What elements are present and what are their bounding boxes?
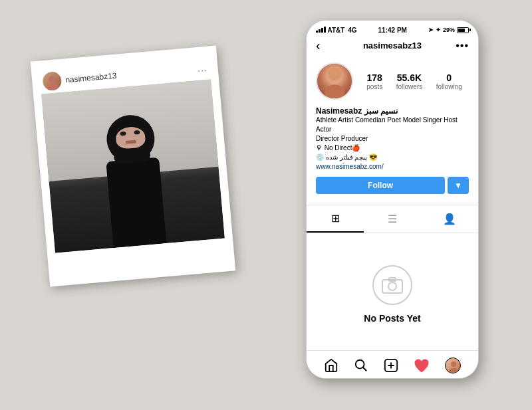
battery-label: 29% — [443, 27, 455, 33]
network-label: 4G — [348, 27, 356, 34]
nav-heart-button[interactable] — [414, 358, 430, 373]
svg-point-1 — [47, 82, 59, 91]
follow-button[interactable]: Follow — [316, 177, 445, 194]
list-icon: ☰ — [388, 213, 397, 225]
stats-row: 178 posts 55.6K followers 0 following — [360, 72, 469, 90]
svg-point-4 — [329, 68, 341, 80]
grid-tabs: ⊞ ☰ 👤 — [307, 205, 478, 233]
grid-icon: ⊞ — [331, 212, 340, 225]
location-icon: ➤ — [428, 27, 434, 33]
polaroid-card: nasimesabz13 ... — [31, 45, 236, 286]
followers-count: 55.6K — [396, 72, 422, 83]
camera-icon — [382, 276, 403, 294]
more-options-button[interactable]: ••• — [456, 40, 469, 52]
camera-circle — [372, 265, 412, 305]
svg-point-13 — [451, 361, 456, 367]
battery-section: ➤ ✦ 29% — [428, 27, 469, 33]
nav-add-button[interactable] — [384, 358, 398, 373]
carrier-label: AT&T — [327, 27, 344, 34]
svg-point-8 — [356, 360, 364, 369]
nav-title: nasimesabz13 — [363, 41, 422, 51]
profile-section: 178 posts 55.6K followers 0 following Na… — [307, 57, 478, 205]
bluetooth-icon: ✦ — [436, 27, 441, 33]
bio-link[interactable]: www.nasimesabz.com/ — [316, 163, 384, 170]
no-posts-text: No Posts Yet — [364, 313, 420, 324]
nav-search-button[interactable] — [354, 358, 368, 373]
back-button[interactable]: ‹ — [316, 38, 321, 53]
signal-bars — [316, 26, 326, 33]
following-label: following — [436, 83, 462, 90]
posts-label: posts — [366, 83, 382, 90]
add-icon — [384, 358, 398, 373]
heart-icon — [414, 358, 430, 373]
profile-avatar — [316, 62, 353, 100]
tab-tagged[interactable]: 👤 — [421, 205, 478, 233]
tab-list[interactable]: ☰ — [364, 205, 421, 233]
profile-top: 178 posts 55.6K followers 0 following — [316, 62, 469, 100]
status-bar: AT&T 4G 11:42 PM ➤ ✦ 29% — [307, 21, 478, 37]
search-icon — [354, 358, 368, 373]
home-icon — [324, 358, 338, 373]
posts-stat: 178 posts — [366, 72, 382, 90]
nav-bar: ‹ nasimesabz13 ••• — [307, 37, 478, 57]
following-stat[interactable]: 0 following — [436, 72, 462, 90]
tag-icon: 👤 — [443, 213, 456, 225]
nav-home-button[interactable] — [324, 358, 338, 373]
battery-icon — [457, 27, 469, 33]
nav-profile-button[interactable] — [445, 358, 461, 373]
phone-mockup: AT&T 4G 11:42 PM ➤ ✦ 29% ‹ nasimesabz13 … — [306, 20, 479, 379]
svg-point-3 — [325, 84, 344, 98]
bio-name: Nasimesabz نسیم سبز — [316, 106, 469, 116]
svg-line-9 — [363, 367, 367, 371]
carrier-info: AT&T 4G — [316, 26, 356, 34]
svg-point-0 — [49, 76, 56, 83]
tab-grid[interactable]: ⊞ — [307, 205, 364, 233]
bottom-nav — [307, 350, 478, 379]
time-display: 11:42 PM — [378, 27, 407, 34]
posts-count: 178 — [366, 72, 382, 83]
following-count: 0 — [436, 72, 462, 83]
polaroid-avatar — [42, 71, 62, 91]
svg-point-6 — [388, 282, 396, 290]
svg-point-14 — [449, 368, 458, 373]
follow-row: Follow ▼ — [316, 177, 469, 194]
bio-text: Athlete Artist Comedian Poet Model Singe… — [316, 116, 469, 171]
followers-stat[interactable]: 55.6K followers — [396, 72, 422, 90]
polaroid-more-dots[interactable]: ... — [197, 62, 207, 74]
follow-dropdown-button[interactable]: ▼ — [448, 177, 469, 194]
followers-label: followers — [396, 83, 422, 90]
phone-screen: AT&T 4G 11:42 PM ➤ ✦ 29% ‹ nasimesabz13 … — [307, 21, 478, 378]
polaroid-photo — [41, 79, 225, 253]
no-posts-section: No Posts Yet — [307, 239, 478, 350]
bio-section: Nasimesabz نسیم سبز Athlete Artist Comed… — [316, 106, 469, 171]
